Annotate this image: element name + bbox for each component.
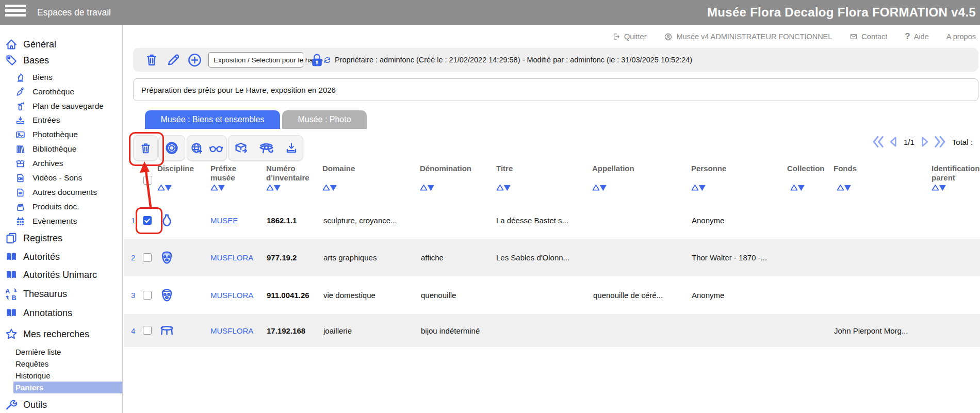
papers-icon <box>14 201 26 212</box>
edit-basket-icon[interactable] <box>165 52 181 68</box>
add-basket-icon[interactable] <box>187 52 203 68</box>
column-header-discipline: Discipline <box>157 164 204 173</box>
cell-num[interactable]: 3 <box>131 276 142 314</box>
hamburger-menu-icon[interactable] <box>5 5 26 19</box>
sort-arrows-icon-numero-d-inventaire[interactable] <box>266 184 281 191</box>
sort-arrows-icon-personne[interactable] <box>691 184 706 191</box>
sidebar-item-phototheque[interactable]: Photothèque <box>14 128 78 141</box>
download-icon[interactable] <box>285 141 298 155</box>
cell-prefix[interactable]: MUSEE <box>210 202 262 239</box>
sidebar-item-videos-sons[interactable]: Vidéos - Sons <box>14 172 82 184</box>
sort-arrows-icon-appellation[interactable] <box>592 184 607 191</box>
sort-arrows-icon-fonds[interactable] <box>837 184 851 191</box>
sidebar-item-mes-recherches[interactable]: Mes recherches <box>4 326 89 342</box>
cell-prefix[interactable]: MUSFLORA <box>210 314 262 347</box>
column-header-identification-parent: Identification parent <box>932 164 980 183</box>
sort-arrows-icon-identification-parent[interactable] <box>932 184 946 191</box>
cell-num[interactable]: 4 <box>131 314 142 347</box>
sidebar-item-registres[interactable]: Registres <box>4 230 62 246</box>
annotation-arrow <box>136 160 158 209</box>
quit-link[interactable]: Quitter <box>612 32 647 41</box>
trash-icon[interactable] <box>139 141 153 155</box>
carrot-icon <box>14 86 26 97</box>
discipline-vase-icon <box>159 202 175 239</box>
action-button-gear[interactable] <box>158 135 185 161</box>
tab-biens-et-ensembles[interactable]: Musée : Biens et ensembles <box>145 110 280 129</box>
sidebar-item-bases[interactable]: Bases <box>4 53 49 68</box>
sort-arrows-icon-collection[interactable] <box>790 184 805 191</box>
previous-page-icon[interactable] <box>888 136 900 148</box>
action-button-box-export-eye-horus-download[interactable] <box>228 135 303 161</box>
about-link[interactable]: A propos <box>946 32 976 41</box>
cell-personne: Anonyme <box>692 202 785 239</box>
tab-photo[interactable]: Musée : Photo <box>282 110 367 129</box>
tag-icon <box>4 54 18 68</box>
sidebar-item-archives[interactable]: Archives <box>14 157 63 170</box>
row-checkbox[interactable] <box>143 253 152 262</box>
first-page-icon[interactable] <box>872 135 885 148</box>
eye-horus-icon[interactable] <box>258 140 275 157</box>
row-checkbox[interactable] <box>143 291 152 300</box>
action-button-globe-up-glasses[interactable] <box>187 135 227 161</box>
sort-arrows-icon-titre[interactable] <box>496 184 511 191</box>
sidebar-item-autres-documents[interactable]: Autres documents <box>14 186 97 199</box>
knight-icon <box>14 72 26 83</box>
row-checkbox[interactable] <box>143 326 152 335</box>
help-link[interactable]: ?Aide <box>905 31 928 42</box>
gear-icon[interactable] <box>164 140 179 156</box>
sidebar-item-plan-de-sauvegarde[interactable]: Plan de sauvegarde <box>14 100 104 112</box>
action-button-trash[interactable] <box>133 135 158 161</box>
column-header-prefixe-musee: Préfixe musée <box>210 164 248 183</box>
sidebar-item-requetes[interactable]: Requêtes <box>13 358 122 370</box>
cell-prefix[interactable]: MUSFLORA <box>210 276 262 314</box>
sidebar-item-evenements[interactable]: Evènements <box>14 215 77 227</box>
sort-arrows-icon-prefixe-musee[interactable] <box>210 184 225 191</box>
column-header-numero-d-inventaire: Numéro d'inventaire <box>266 164 316 183</box>
sort-arrows-icon-domaine[interactable] <box>322 184 337 191</box>
glasses-icon[interactable] <box>208 140 224 156</box>
sidebar-item-label: Produits doc. <box>32 202 79 211</box>
sidebar-item-produits-doc[interactable]: Produits doc. <box>14 201 79 213</box>
sidebar-item-annotations[interactable]: Annotations <box>4 305 72 321</box>
sidebar-item-outils[interactable]: Outils <box>4 397 47 412</box>
sidebar-item-autorites[interactable]: Autorités <box>4 249 60 265</box>
sidebar-item-biens[interactable]: Biens <box>14 71 53 84</box>
cell-fonds: John Pierpont Morg... <box>834 314 927 347</box>
sidebar-item-paniers[interactable]: Paniers <box>13 382 122 393</box>
doc-file-icon <box>14 187 26 198</box>
sidebar-item-autorites-unimarc[interactable]: Autorités Unimarc <box>4 267 97 283</box>
basket-description-field[interactable]: Préparation des prêts pour Le Havre, exp… <box>133 78 978 101</box>
globe-up-icon[interactable] <box>190 141 204 155</box>
svg-text:B: B <box>11 294 16 301</box>
sidebar-item-label: Photothèque <box>32 130 78 139</box>
sort-arrows-icon-discipline[interactable] <box>157 184 172 191</box>
delete-basket-icon[interactable] <box>143 52 159 68</box>
sidebar-item-derniere-liste[interactable]: Dernière liste <box>13 346 122 358</box>
cell-prefix[interactable]: MUSFLORA <box>210 239 262 276</box>
basket-selector[interactable]: Exposition / Selection pour le havre <box>208 52 303 68</box>
open-book-icon <box>4 268 18 282</box>
sort-arrows-icon-denomination[interactable] <box>420 184 434 191</box>
sidebar-item-label: Historique <box>15 371 51 380</box>
cell-num[interactable]: 2 <box>131 239 142 276</box>
calendar-icon <box>14 216 26 227</box>
open-book-icon <box>4 306 18 320</box>
sidebar-item-historique[interactable]: Historique <box>13 370 122 382</box>
sidebar-item-thesaurus[interactable]: ABThesaurus <box>4 286 67 302</box>
sidebar-item-general[interactable]: Général <box>4 37 56 52</box>
lock-icon[interactable] <box>309 52 325 68</box>
box-export-icon[interactable] <box>233 140 249 156</box>
row-checkbox[interactable] <box>143 216 152 225</box>
sidebar-item-carotheque[interactable]: Carothèque <box>14 86 74 98</box>
next-page-icon[interactable] <box>918 136 930 148</box>
sidebar-divider <box>122 25 123 413</box>
current-user[interactable]: Musée v4 ADMINISTRATEUR FONCTIONNEL <box>664 32 832 41</box>
last-page-icon[interactable] <box>933 135 946 148</box>
sidebar-item-entrees[interactable]: Entrées <box>14 114 60 126</box>
contact-link[interactable]: Contact <box>850 32 887 41</box>
cell-denomination: quenouille <box>421 276 493 314</box>
cell-domaine: joaillerie <box>323 314 416 347</box>
sidebar-item-bibliotheque[interactable]: Bibliothèque <box>14 143 76 155</box>
column-header-personne: Personne <box>691 164 740 173</box>
svg-text:A: A <box>5 288 10 295</box>
